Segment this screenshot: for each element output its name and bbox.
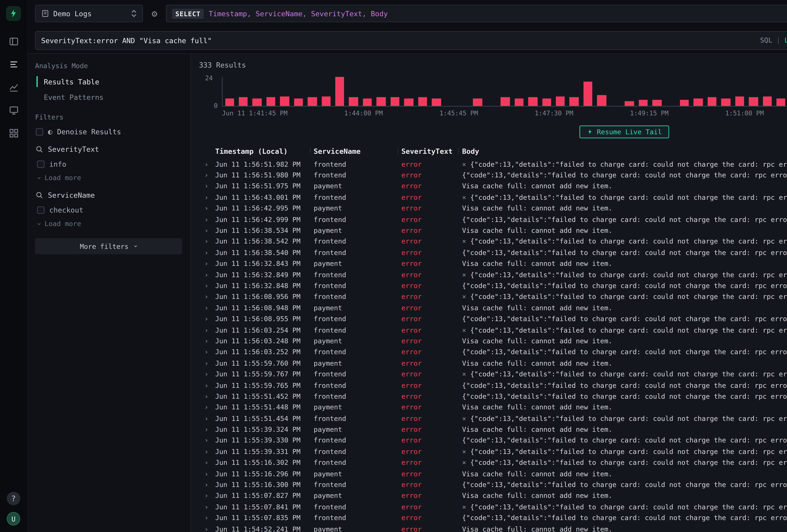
row-expand-chevron[interactable]: › [205,293,215,300]
mode-sql-option[interactable]: SQL [760,36,772,44]
col-severitytext[interactable]: SeverityText [401,147,455,155]
histogram-bar[interactable] [294,99,303,106]
row-expand-chevron[interactable]: › [205,282,215,289]
histogram-bar[interactable] [763,96,772,106]
histogram-bar[interactable] [225,99,234,106]
monitor-nav-icon[interactable] [8,105,19,115]
row-expand-chevron[interactable]: › [205,216,215,223]
row-expand-chevron[interactable]: › [205,470,215,477]
log-row[interactable]: ›Jun 11 1:55:51.454 PMfrontenderror× {"c… [199,413,787,424]
histogram-bar[interactable] [542,99,551,106]
histogram-bar[interactable] [239,98,248,106]
histogram-bar[interactable] [680,100,689,106]
row-expand-chevron[interactable]: › [205,404,215,411]
col-resize-handle[interactable]: ⋮ [307,148,314,154]
row-expand-chevron[interactable]: › [205,304,215,312]
row-expand-chevron[interactable]: › [205,161,215,168]
app-logo[interactable] [6,6,21,21]
dashboards-nav-icon[interactable] [8,127,19,139]
histogram-bar[interactable] [404,99,413,106]
query-settings-gear-icon[interactable]: ⚙ [148,8,161,19]
log-row[interactable]: ›Jun 11 1:55:16.296 PMpaymenterrorVisa c… [199,468,787,479]
log-row[interactable]: ›Jun 11 1:56:03.254 PMfrontenderror× {"c… [199,324,787,335]
load-more-severitytext[interactable]: › Load more [37,174,182,182]
histogram-bar[interactable] [280,96,289,106]
user-avatar[interactable]: U [7,512,20,526]
log-row[interactable]: ›Jun 11 1:56:03.252 PMfrontenderror{"cod… [199,346,787,358]
row-expand-chevron[interactable]: › [205,337,215,345]
histogram-bar[interactable] [418,98,427,106]
log-row[interactable]: ›Jun 11 1:55:39.324 PMpaymenterrorVisa c… [199,424,787,435]
info-checkbox[interactable] [37,160,45,168]
row-expand-chevron[interactable]: › [205,205,215,212]
row-expand-chevron[interactable]: › [205,392,215,400]
load-more-servicename[interactable]: › Load more [37,220,182,227]
log-row[interactable]: ›Jun 11 1:56:51.982 PMfrontenderror× {"c… [199,158,787,170]
log-row[interactable]: ›Jun 11 1:55:59.765 PMfrontenderror{"cod… [199,380,787,391]
row-expand-chevron[interactable]: › [205,183,215,190]
histogram-bar[interactable] [777,99,786,106]
log-row[interactable]: ›Jun 11 1:56:08.955 PMfrontenderror{"cod… [199,313,787,324]
log-row[interactable]: ›Jun 11 1:55:07.835 PMfrontenderror{"cod… [199,512,787,523]
log-row[interactable]: ›Jun 11 1:55:39.330 PMfrontenderror{"cod… [199,435,787,446]
histogram-bar[interactable] [363,99,372,106]
histogram-bar[interactable] [707,98,717,106]
log-row[interactable]: ›Jun 11 1:55:07.827 PMpaymenterrorVisa c… [199,490,787,501]
more-filters-button[interactable]: More filters › [35,238,182,254]
row-expand-chevron[interactable]: › [205,238,215,245]
log-row[interactable]: ›Jun 11 1:55:16.302 PMfrontenderror× {"c… [199,457,787,468]
log-row[interactable]: ›Jun 11 1:56:43.001 PMfrontenderror× {"c… [199,192,787,203]
histogram-bar[interactable] [335,77,344,106]
histogram-bar[interactable] [377,98,386,106]
histogram-bar[interactable] [528,98,537,106]
col-servicename[interactable]: ServiceName [314,147,395,155]
row-expand-chevron[interactable]: › [205,260,215,267]
col-timestamp[interactable]: Timestamp (Local) [215,147,307,155]
row-expand-chevron[interactable]: › [205,348,215,356]
row-expand-chevron[interactable]: › [205,525,215,532]
log-row[interactable]: ›Jun 11 1:56:03.248 PMpaymenterrorVisa c… [199,335,787,346]
row-expand-chevron[interactable]: › [205,171,215,179]
row-expand-chevron[interactable]: › [205,370,215,378]
histogram-bar[interactable] [556,96,565,106]
logs-nav-icon[interactable] [8,59,19,69]
row-expand-chevron[interactable]: › [205,414,215,422]
row-expand-chevron[interactable]: › [205,503,215,510]
row-expand-chevron[interactable]: › [205,459,215,466]
log-row[interactable]: ›Jun 11 1:56:32.848 PMfrontenderror{"cod… [199,280,787,291]
row-expand-chevron[interactable]: › [205,326,215,334]
panels-nav-icon[interactable] [8,36,19,47]
resume-live-tail-button[interactable]: Resume Live Tail [579,125,669,138]
row-expand-chevron[interactable]: › [205,315,215,322]
log-row[interactable]: ›Jun 11 1:55:39.331 PMfrontenderror× {"c… [199,446,787,457]
row-expand-chevron[interactable]: › [205,426,215,433]
histogram-bar[interactable] [253,99,261,106]
log-row[interactable]: ›Jun 11 1:56:32.849 PMfrontenderror× {"c… [199,269,787,280]
histogram-bar[interactable] [432,99,441,106]
denoise-results-filter[interactable]: ◐ Denoise Results [36,127,182,135]
log-search-input[interactable]: SeverityText:error AND "Visa cache full"… [35,31,787,49]
mode-results-table[interactable]: Results Table [36,76,182,87]
histogram-bar[interactable] [514,99,524,106]
histogram-bar[interactable] [266,98,275,106]
histogram-bar[interactable] [597,95,606,106]
histogram-bar[interactable] [473,99,482,106]
row-expand-chevron[interactable]: › [205,227,215,234]
log-row[interactable]: ›Jun 11 1:55:51.448 PMpaymenterrorVisa c… [199,402,787,413]
log-row[interactable]: ›Jun 11 1:56:38.542 PMfrontenderror× {"c… [199,236,787,247]
log-row[interactable]: ›Jun 11 1:56:42.995 PMpaymenterrorVisa c… [199,203,787,214]
histogram-bar[interactable] [749,98,758,106]
log-row[interactable]: ›Jun 11 1:56:42.999 PMfrontenderror{"cod… [199,214,787,225]
row-expand-chevron[interactable]: › [205,382,215,389]
row-expand-chevron[interactable]: › [205,448,215,455]
sql-select-input[interactable]: SELECT Timestamp, ServiceName, SeverityT… [166,5,787,22]
log-row[interactable]: ›Jun 11 1:56:38.540 PMfrontenderror{"cod… [199,247,787,258]
log-row[interactable]: ›Jun 11 1:56:32.843 PMpaymenterrorVisa c… [199,258,787,269]
filter-group-severitytext[interactable]: SeverityText [36,145,182,153]
col-resize-handle[interactable]: ⋮ [455,148,462,154]
row-expand-chevron[interactable]: › [205,193,215,201]
filter-option-info[interactable]: info [37,160,182,168]
denoise-checkbox[interactable] [36,128,43,135]
col-body[interactable]: Body [462,147,787,155]
log-row[interactable]: ›Jun 11 1:56:51.975 PMpaymenterrorVisa c… [199,181,787,192]
